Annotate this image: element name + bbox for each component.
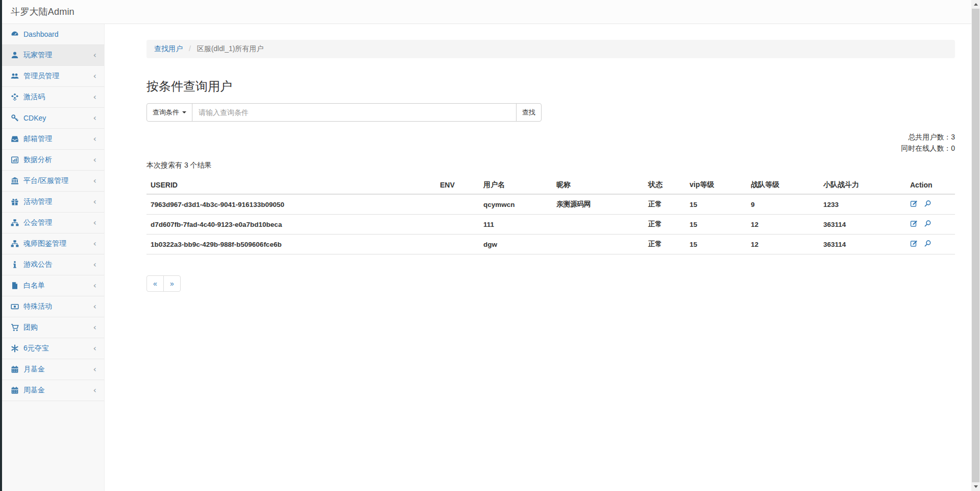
cell-nickname	[552, 215, 644, 235]
sidebar-item-魂师图鉴管理[interactable]: 魂师图鉴管理‹	[2, 233, 104, 254]
sidebar-item-label: Dashboard	[23, 30, 96, 38]
scrollbar-down-arrow[interactable]	[971, 482, 980, 491]
cell-nickname	[552, 235, 644, 254]
search-button[interactable]: 查找	[516, 103, 542, 122]
chevron-left-icon: ‹	[93, 219, 96, 227]
cart-icon	[10, 323, 19, 332]
online-users-line: 同时在线人数：0	[146, 143, 955, 154]
cell-actions	[906, 235, 955, 254]
column-header: 用户名	[479, 176, 552, 194]
chevron-left-icon: ‹	[93, 261, 96, 269]
cell-actions	[906, 194, 955, 215]
activation-diamond-icon	[10, 93, 19, 102]
edit-user-button[interactable]	[910, 240, 918, 247]
sidebar-item-公会管理[interactable]: 公会管理‹	[2, 213, 104, 233]
edit-user-button[interactable]	[910, 220, 918, 227]
caret-down-icon	[182, 111, 186, 113]
sidebar-item-月基金[interactable]: 月基金‹	[2, 359, 104, 380]
sidebar-item-活动管理[interactable]: 活动管理‹	[2, 192, 104, 213]
cell-userid: 1b0322a3-bb9c-429b-988f-b509606fce6b	[146, 235, 436, 254]
edit-icon	[910, 220, 918, 227]
sidebar-item-管理员管理[interactable]: 管理员管理‹	[2, 66, 104, 87]
sidebar-item-6元夺宝[interactable]: 6元夺宝‹	[2, 338, 104, 359]
sidebar-item-label: 激活码	[23, 92, 93, 102]
sidebar-item-白名单[interactable]: 白名单‹	[2, 275, 104, 296]
scrollbar-thumb[interactable]	[972, 9, 979, 482]
top-header: 斗罗大陆Admin	[0, 0, 971, 24]
sidebar-menu: Dashboard玩家管理‹管理员管理‹激活码‹CDKey‹邮箱管理‹数据分析‹…	[2, 24, 104, 401]
chevron-left-icon: ‹	[93, 72, 96, 80]
result-summary: 本次搜索有 3 个结果	[146, 161, 955, 170]
page-title: 按条件查询用户	[146, 78, 955, 95]
search-input[interactable]	[192, 103, 517, 122]
chevron-left-icon: ‹	[93, 114, 96, 122]
sidebar-item-label: 特殊活动	[23, 302, 93, 311]
sidebar-item-dashboard[interactable]: Dashboard	[2, 24, 104, 45]
cell-vip: 15	[685, 235, 747, 254]
cell-team_level: 12	[747, 215, 819, 235]
column-header: 昵称	[552, 176, 644, 194]
sidebar-item-游戏公告[interactable]: 游戏公告‹	[2, 254, 104, 275]
sidebar-item-label: 玩家管理	[23, 51, 93, 60]
sidebar-item-周基金[interactable]: 周基金‹	[2, 380, 104, 401]
cell-status: 正常	[644, 194, 685, 215]
sidebar-item-label: 平台/区服管理	[23, 176, 93, 185]
sitemap-icon	[10, 219, 19, 227]
cell-squad_power: 363114	[819, 215, 906, 235]
cell-team_level: 9	[747, 194, 819, 215]
dashboard-icon	[10, 30, 19, 39]
inbox-icon	[10, 135, 19, 144]
sidebar-item-平台/区服管理[interactable]: 平台/区服管理‹	[2, 171, 104, 192]
scrollbar-up-arrow[interactable]	[971, 0, 980, 9]
chevron-left-icon: ‹	[93, 51, 96, 59]
sidebar-item-数据分析[interactable]: 数据分析‹	[2, 150, 104, 171]
file-icon	[10, 282, 19, 290]
breadcrumb-link[interactable]: 查找用户	[154, 44, 183, 53]
view-user-button[interactable]	[924, 200, 932, 207]
vertical-scrollbar[interactable]	[971, 0, 980, 491]
money-icon	[10, 302, 19, 311]
edit-icon	[910, 200, 918, 207]
column-header: vip等级	[685, 176, 747, 194]
cell-nickname: 亲测源码网	[552, 194, 644, 215]
cell-squad_power: 1233	[819, 194, 906, 215]
cell-vip: 15	[685, 215, 747, 235]
pagination-prev-button[interactable]: «	[146, 275, 164, 292]
sidebar-item-激活码[interactable]: 激活码‹	[2, 87, 104, 108]
table-row: d7d607fb-7fad-4c40-9123-e0a7bd10beca111正…	[146, 215, 955, 235]
main-content: 查找用户 / 区服(dldl_1)所有用户 按条件查询用户 查询条件 查找 总共…	[105, 24, 971, 491]
view-user-button[interactable]	[924, 240, 932, 247]
edit-user-button[interactable]	[910, 200, 918, 207]
search-icon	[924, 240, 932, 247]
cell-username: dgw	[479, 235, 552, 254]
chevron-left-icon: ‹	[93, 240, 96, 248]
breadcrumb-current: 区服(dldl_1)所有用户	[197, 44, 264, 53]
table-row: 7963d967-d3d1-4b3c-9041-916133b09050qcym…	[146, 194, 955, 215]
cell-actions	[906, 215, 955, 235]
sidebar-accent-strip	[0, 0, 2, 491]
column-header: 战队等级	[747, 176, 819, 194]
search-form: 查询条件 查找	[146, 103, 542, 122]
cell-env	[436, 235, 479, 254]
sidebar-item-邮箱管理[interactable]: 邮箱管理‹	[2, 129, 104, 150]
cell-username: 111	[479, 215, 552, 235]
sidebar-item-label: 活动管理	[23, 197, 93, 206]
sidebar-item-label: 公会管理	[23, 218, 93, 227]
breadcrumb-separator: /	[189, 44, 191, 53]
chevron-left-icon: ‹	[93, 135, 96, 143]
query-condition-dropdown[interactable]: 查询条件	[146, 103, 192, 122]
sidebar-item-cdkey[interactable]: CDKey‹	[2, 108, 104, 129]
calendar-icon	[10, 365, 19, 374]
sidebar-item-玩家管理[interactable]: 玩家管理‹	[2, 45, 104, 66]
asterisk-icon	[10, 344, 19, 353]
view-user-button[interactable]	[924, 220, 932, 227]
column-header: 小队战斗力	[819, 176, 906, 194]
pagination: « »	[146, 275, 181, 292]
sidebar-item-团购[interactable]: 团购‹	[2, 317, 104, 338]
pagination-next-button[interactable]: »	[163, 275, 181, 292]
bar-chart-icon	[10, 156, 19, 165]
total-users-value: 3	[951, 133, 955, 141]
sidebar-item-特殊活动[interactable]: 特殊活动‹	[2, 296, 104, 317]
sidebar-item-label: 数据分析	[23, 155, 93, 165]
chevron-left-icon: ‹	[93, 302, 96, 311]
